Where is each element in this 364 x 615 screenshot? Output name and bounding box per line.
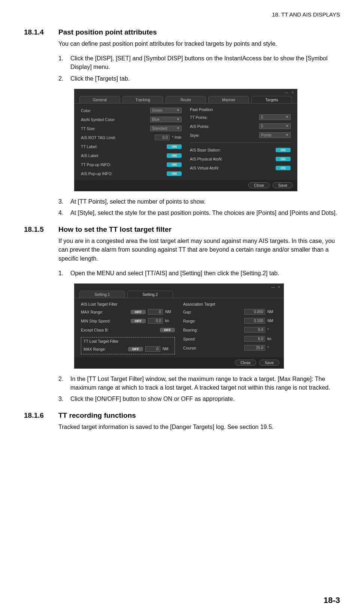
- tab-route[interactable]: Route: [166, 96, 206, 103]
- label-range: Range:: [183, 319, 242, 323]
- section-number: 18.1.6: [24, 411, 50, 420]
- step-item: 3.Click the [ON/OFF] button to show ON o…: [58, 394, 340, 403]
- aton-color-dropdown[interactable]: Blue▼: [150, 117, 182, 122]
- tt-popup-toggle[interactable]: ON: [167, 162, 182, 167]
- label-ais-popup: AIS Pop-up INFO:: [81, 171, 164, 176]
- ais-rot-input[interactable]: 0.0: [155, 135, 170, 140]
- label-tt-label: TT Label:: [81, 144, 164, 149]
- label-max-range: MAX Range:: [81, 310, 128, 314]
- tab-tracking[interactable]: Tracking: [122, 96, 163, 103]
- step-text: Open the MENU and select [TT/AIS] and [S…: [70, 269, 279, 278]
- step-text: Click the [DISP], [SET] and [Symbol DISP…: [70, 54, 340, 71]
- style-dropdown[interactable]: Points▼: [259, 132, 291, 138]
- tt-lost-filter-heading: TT Lost Target Filter: [84, 339, 172, 344]
- max-range-input[interactable]: 0: [148, 309, 163, 315]
- step-item: 3.At [TT Points], select the number of p…: [58, 197, 340, 206]
- label-gap: Gap:: [183, 310, 242, 314]
- save-button[interactable]: Save: [259, 360, 279, 366]
- label-except-class-b: Except Class B:: [81, 328, 158, 332]
- close-icon[interactable]: ×: [290, 90, 295, 94]
- section-intro: If you are in a congested area the lost …: [58, 237, 340, 263]
- step-item: 2.In the [TT Lost Target Filter] window,…: [58, 375, 340, 392]
- label-tt-max-range: MAX Range:: [84, 347, 126, 351]
- tt-max-range-toggle[interactable]: OFF: [128, 347, 143, 351]
- chapter-header: 18. TT AND AIS DISPLAYS: [24, 11, 340, 18]
- label-ais-points: AIS Points:: [190, 124, 257, 129]
- step-item: 1.Open the MENU and select [TT/AIS] and …: [58, 269, 340, 278]
- section-number: 18.1.4: [24, 28, 50, 36]
- range-input[interactable]: 0.100: [244, 318, 265, 324]
- speed-input[interactable]: 6.0: [244, 336, 265, 342]
- label-bearing: Bearing:: [183, 328, 242, 332]
- step-item: 4.At [Style], select the style for the p…: [58, 208, 340, 217]
- minimize-icon[interactable]: —: [270, 285, 276, 289]
- chevron-down-icon: ▼: [285, 115, 289, 119]
- section-title: TT recording functions: [58, 411, 136, 420]
- max-range-toggle[interactable]: OFF: [131, 310, 146, 314]
- ais-popup-toggle[interactable]: ON: [167, 171, 182, 176]
- ais-points-dropdown[interactable]: 5▼: [259, 123, 291, 129]
- ais-lost-filter-heading: AIS Lost Target Filter: [81, 302, 175, 306]
- close-button[interactable]: Close: [235, 360, 256, 366]
- ais-virtual-toggle[interactable]: ON: [276, 166, 291, 170]
- label-tt-popup: TT Pop-up INFO:: [81, 162, 164, 167]
- ais-base-toggle[interactable]: ON: [276, 148, 291, 152]
- label-aton-color: AtoN Symbol Color:: [81, 117, 148, 122]
- tab-general[interactable]: General: [79, 96, 120, 103]
- tt-label-toggle[interactable]: ON: [167, 144, 182, 149]
- label-speed: Speed:: [183, 337, 242, 341]
- step-text: At [TT Points], select the number of poi…: [70, 197, 206, 206]
- step-item: 2.Click the [Targets] tab.: [58, 74, 340, 83]
- bearing-input[interactable]: 9.9: [244, 327, 265, 333]
- tt-max-range-input[interactable]: 0: [145, 346, 160, 352]
- ais-label-toggle[interactable]: ON: [167, 153, 182, 158]
- label-ais-base: AIS Base Station:: [190, 148, 273, 152]
- save-button[interactable]: Save: [273, 182, 293, 188]
- tt-points-dropdown[interactable]: 5▼: [259, 114, 291, 120]
- tt-size-dropdown[interactable]: Standard▼: [150, 126, 182, 131]
- label-ais-physical: AIS Physical AtoN:: [190, 157, 273, 161]
- step-text: In the [TT Lost Target Filter] window, s…: [70, 375, 340, 392]
- divider: [190, 142, 291, 143]
- unit-label: kn: [165, 319, 175, 323]
- tab-mariner[interactable]: Mariner: [208, 96, 249, 103]
- section-number: 18.1.5: [24, 225, 50, 234]
- unit-label: °: [267, 346, 277, 350]
- min-speed-toggle[interactable]: OFF: [131, 319, 146, 323]
- label-ais-rot: AIS ROT TAG Limit:: [81, 135, 152, 140]
- gap-input[interactable]: 0.050: [244, 309, 265, 315]
- section-title: Past position point attributes: [58, 28, 157, 36]
- tab-setting-2[interactable]: Setting.2: [127, 291, 173, 298]
- close-button[interactable]: Close: [248, 182, 270, 188]
- label-tt-size: TT Size:: [81, 126, 148, 131]
- except-classb-toggle[interactable]: OFF: [160, 328, 175, 332]
- symbol-display-dialog: — × General Tracking Route Mariner Targe…: [74, 89, 297, 191]
- unit-label: °: [267, 328, 277, 332]
- unit-label: NM: [165, 310, 175, 314]
- tab-targets[interactable]: Targets: [251, 96, 292, 103]
- tab-setting-1[interactable]: Setting.1: [79, 291, 125, 298]
- step-text: Click the [ON/OFF] button to show ON or …: [70, 394, 234, 403]
- label-ais-label: AIS Label:: [81, 153, 164, 158]
- close-icon[interactable]: ×: [276, 285, 282, 289]
- chevron-down-icon: ▼: [176, 117, 180, 121]
- section-title: How to set the TT lost target filter: [58, 225, 172, 234]
- label-course: Course:: [183, 346, 242, 350]
- unit-label: kn: [267, 337, 277, 341]
- label-min-ship-speed: MIN Ship Speed:: [81, 319, 128, 323]
- step-item: 1.Click the [DISP], [SET] and [Symbol DI…: [58, 54, 340, 71]
- chevron-down-icon: ▼: [176, 126, 180, 130]
- chevron-down-icon: ▼: [176, 108, 180, 112]
- min-speed-input[interactable]: 0.0: [148, 318, 163, 324]
- section-intro: You can define past position point attri…: [58, 39, 340, 48]
- page-number: 18-3: [324, 596, 340, 605]
- course-input[interactable]: 25.0: [244, 345, 265, 351]
- minimize-icon[interactable]: —: [284, 90, 289, 94]
- step-text: At [Style], select the style for the pas…: [70, 208, 337, 217]
- ais-physical-toggle[interactable]: ON: [276, 157, 291, 161]
- past-position-heading: Past Position: [190, 107, 291, 112]
- label-color: Color:: [81, 108, 148, 113]
- color-dropdown[interactable]: Green▼: [150, 108, 182, 113]
- label-style: Style:: [190, 133, 257, 138]
- unit-label: NM: [267, 319, 277, 323]
